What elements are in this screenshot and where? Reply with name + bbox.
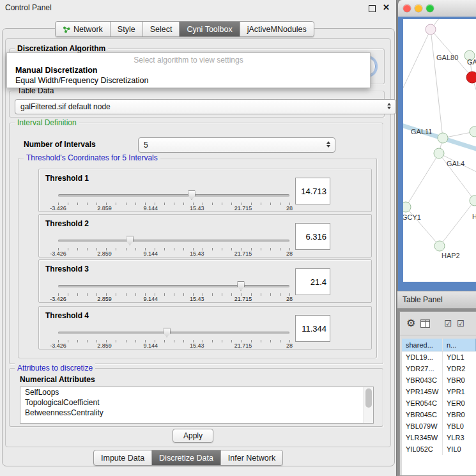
node-label: GAL11 [411,128,432,135]
node-table: shared...n... YDL19...YDL1YDR27...YDR2YB… [402,339,476,475]
slider-track[interactable] [58,194,289,197]
network-node[interactable] [434,241,445,251]
table-cell: YPR1 [443,386,476,397]
close-traffic-light-icon[interactable] [403,4,411,12]
tab-label: Discretize Data [159,454,213,463]
network-graph: GAL80GALGAL11GAL4GCY1HHAP2 [403,19,476,282]
network-window-titlebar [398,0,476,17]
interval-group-title: Interval Definition [15,118,79,127]
minimize-traffic-light-icon[interactable] [415,4,422,12]
slider-tick-labels: -3.4262.8599.14415.4321.71528 [58,250,289,257]
table-header-row: shared...n... [402,339,476,351]
screen: Control Panel ✕ NetworkStyleSelectCyni T… [0,0,476,476]
threshold-panel: Threshold 4 -3.4262.8599.14415.4321.7152… [38,306,372,349]
tab-select[interactable]: Select [143,22,180,36]
tab-label: Infer Network [228,454,275,463]
tab-jactivemnodules[interactable]: jActiveMNodules [240,22,314,36]
tick-label: 15.43 [190,296,204,302]
tick-label: -3.426 [50,205,66,211]
slider-thumb[interactable] [163,328,171,337]
table-row[interactable]: YER054CYER0 [402,397,476,409]
table-row[interactable]: YDL19...YDL1 [402,351,476,363]
attribute-item-selfloops[interactable]: SelfLoops [20,387,373,397]
network-node[interactable] [426,24,436,35]
slider-thumb[interactable] [237,281,245,291]
network-canvas[interactable]: GAL80GALGAL11GAL4GCY1HHAP2 [403,19,476,282]
table-row[interactable]: YPR145WYPR1 [402,386,476,397]
threshold-value-field[interactable]: 21.4 [295,268,330,295]
table-cell: YDR2 [443,363,476,374]
attributes-group: Attributes to discretize Numerical Attri… [9,368,383,427]
network-node[interactable] [438,133,448,143]
apply-button[interactable]: Apply [173,429,213,443]
attributes-scrollbar[interactable] [364,387,373,423]
table-row[interactable]: YBR043CYBR0 [402,374,476,386]
table-row[interactable]: YBL079WYBL0 [402,420,476,432]
num-intervals-select[interactable]: 5 [138,137,335,153]
tick-label: 9.144 [144,342,158,349]
tab-impute-data[interactable]: Impute Data [94,450,152,465]
algorithm-popup: Select algorithm to view settings Manual… [6,52,371,88]
table-row[interactable]: YBR045CYBR0 [402,409,476,420]
table-cell: YDR27... [402,363,443,374]
network-node[interactable] [434,148,444,158]
slider-thumb[interactable] [188,190,196,200]
network-node[interactable] [470,196,476,206]
threshold-panel: Threshold 1 -3.4262.8599.14415.4321.7152… [38,169,372,212]
close-icon[interactable]: ✕ [383,3,390,12]
table-cell: YBR0 [443,374,476,386]
network-node[interactable] [466,72,476,83]
threshold-slider[interactable] [58,236,289,246]
threshold-slider[interactable] [58,190,289,201]
slider-track[interactable] [58,332,289,334]
algorithm-option-equal-width-frequency-discretization[interactable]: Equal Width/Frequency Discretization [7,75,370,86]
zoom-traffic-light-icon[interactable] [426,4,434,12]
column-header-n[interactable]: n... [443,339,476,351]
attribute-item-topologicalcoefficient[interactable]: TopologicalCoefficient [20,397,373,408]
slider-thumb[interactable] [126,236,134,245]
tab-discretize-data[interactable]: Discretize Data [152,450,221,465]
table-panel-titlebar: Table Panel [397,291,476,309]
column-header-shared[interactable]: shared... [402,339,443,351]
gear-icon[interactable]: ⚙ [406,318,415,328]
tick-label: 15.43 [190,250,204,257]
checkbox-checked-icon[interactable]: ☑ [457,319,464,328]
table-row[interactable]: YLR345WYLR3 [402,432,476,443]
threshold-slider[interactable] [58,328,289,338]
slider-track[interactable] [58,285,289,288]
network-node[interactable] [403,202,411,212]
table-body: YDL19...YDL1YDR27...YDR2YBR043CYBR0YPR14… [402,351,476,455]
threshold-value-field[interactable]: 6.316 [295,223,330,250]
table-row[interactable]: YDR27...YDR2 [402,363,476,374]
threshold-value-field[interactable]: 11.344 [295,315,330,342]
thresholds-group-title: Threshold's Coordinates for 5 Intervals [24,153,160,162]
table-data-group: Table Data galFiltered.sif default node [9,91,385,118]
network-icon [63,26,70,33]
threshold-value-field[interactable]: 14.713 [295,178,330,204]
tab-style[interactable]: Style [111,22,143,36]
algorithm-option-manual-discretization[interactable]: Manual Discretization [7,65,370,75]
table-cell: YIL0 [443,443,476,455]
table-row[interactable]: YIL052CYIL0 [402,443,476,455]
checkbox-checked-icon[interactable]: ☑ [444,319,452,328]
threshold-label: Threshold 1 [45,174,89,183]
columns-icon[interactable] [420,319,430,328]
table-cell: YBR0 [443,409,476,420]
scrollbar-thumb[interactable] [365,388,372,408]
tab-network[interactable]: Network [56,22,111,36]
table-cell: YER054C [402,397,443,409]
threshold-panel: Threshold 2 -3.4262.8599.14415.4321.7152… [38,214,372,257]
discretization-group-title: Discretization Algorithm [15,44,108,53]
table-cell: YLR345W [402,432,443,443]
tick-label: 9.144 [144,250,158,257]
network-node[interactable] [470,127,476,137]
threshold-label: Threshold 2 [45,219,89,228]
tab-infer-network[interactable]: Infer Network [221,450,282,465]
tab-cyni-toolbox[interactable]: Cyni Toolbox [180,22,240,36]
table-data-select[interactable]: galFiltered.sif default node [15,99,396,114]
threshold-slider[interactable] [58,281,289,291]
float-window-icon[interactable] [369,5,376,12]
slider-track[interactable] [58,240,289,242]
table-cell: YIL052C [402,443,443,455]
attribute-item-betweennesscentrality[interactable]: BetweennessCentrality [20,408,373,418]
